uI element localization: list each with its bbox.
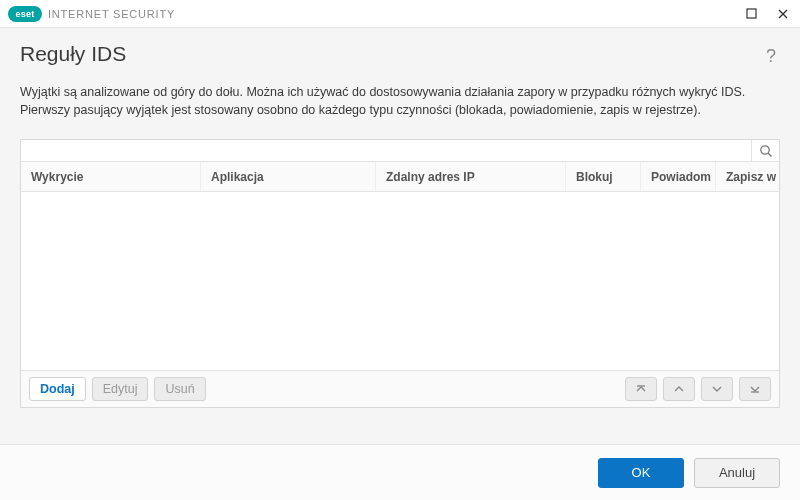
table-body[interactable]	[21, 192, 779, 370]
add-button[interactable]: Dodaj	[29, 377, 86, 401]
help-icon[interactable]: ?	[762, 42, 780, 71]
cancel-button[interactable]: Anuluj	[694, 458, 780, 488]
table-header: Wykrycie Aplikacja Zdalny adres IP Bloku…	[21, 162, 779, 192]
svg-rect-0	[747, 9, 756, 18]
edit-button[interactable]: Edytuj	[92, 377, 149, 401]
move-up-button[interactable]	[663, 377, 695, 401]
col-log[interactable]: Zapisz w dzie	[716, 162, 779, 191]
col-application[interactable]: Aplikacja	[201, 162, 376, 191]
table-actions: Dodaj Edytuj Usuń	[21, 370, 779, 407]
page-title: Reguły IDS	[20, 42, 126, 66]
col-notify[interactable]: Powiadom	[641, 162, 716, 191]
dialog-footer: OK Anuluj	[0, 444, 800, 500]
col-remote-ip[interactable]: Zdalny adres IP	[376, 162, 566, 191]
move-bottom-button[interactable]	[739, 377, 771, 401]
close-button[interactable]	[772, 4, 794, 24]
rules-table: Wykrycie Aplikacja Zdalny adres IP Bloku…	[20, 139, 780, 408]
move-top-button[interactable]	[625, 377, 657, 401]
brand-product: INTERNET SECURITY	[48, 8, 175, 20]
window-controls	[740, 4, 794, 24]
maximize-button[interactable]	[740, 4, 762, 24]
page-description: Wyjątki są analizowane od góry do dołu. …	[20, 83, 780, 119]
col-block[interactable]: Blokuj	[566, 162, 641, 191]
search-row	[21, 140, 779, 162]
titlebar: eset INTERNET SECURITY	[0, 0, 800, 28]
brand-logo: eset	[8, 6, 42, 22]
ok-button[interactable]: OK	[598, 458, 684, 488]
search-input[interactable]	[21, 140, 751, 161]
delete-button[interactable]: Usuń	[154, 377, 205, 401]
move-down-button[interactable]	[701, 377, 733, 401]
svg-point-1	[760, 146, 768, 154]
search-icon[interactable]	[751, 140, 779, 161]
content-area: Reguły IDS ? Wyjątki są analizowane od g…	[0, 28, 800, 408]
brand: eset INTERNET SECURITY	[8, 6, 175, 22]
col-detection[interactable]: Wykrycie	[21, 162, 201, 191]
